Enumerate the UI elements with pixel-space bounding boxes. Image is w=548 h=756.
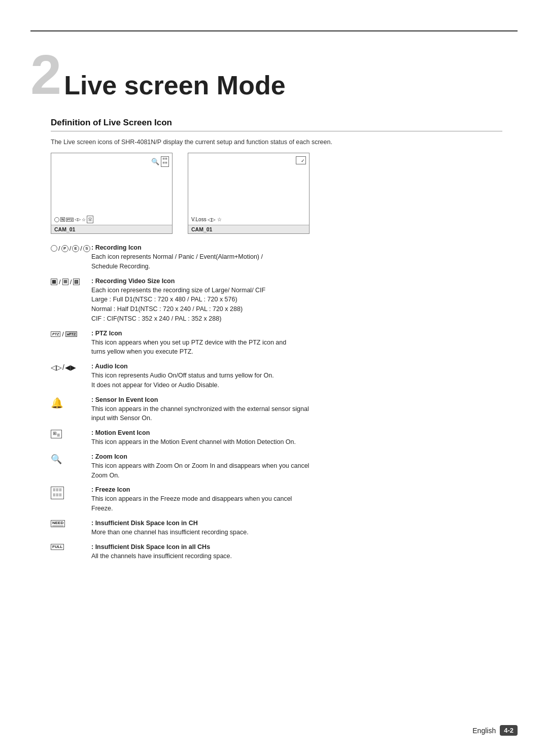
bottom-icon-row: N PTZ ◁▷ ☆ 모 (54, 216, 93, 223)
def-label-videosize: : Recording Video Size Icon (91, 278, 502, 285)
def-desc-ptz: This icon appears when you set up PTZ de… (91, 338, 502, 357)
def-text-freeze: : Freeze Icon This icon appears in the F… (91, 486, 502, 513)
def-freeze: ⠿⠿⠿⠿⠿⠿ : Freeze Icon This icon appears i… (51, 486, 502, 513)
chapter-title: Live screen Mode (64, 72, 285, 102)
def-text-need: : Insufficient Disk Space Icon in CH Mor… (91, 520, 502, 537)
ptz-filled-icon: ●PTZ (65, 331, 77, 337)
footer: English 4-2 (472, 725, 518, 736)
normal-size-icon: ⊞ (62, 279, 68, 285)
need-disk-icon: NEED (51, 520, 65, 527)
def-text-zoom: : Zoom Icon This icon appears with Zoom … (91, 453, 502, 480)
def-icon-motion: ⊞☰ (51, 429, 91, 438)
sensor-diag-icon: ☆ (82, 217, 86, 222)
vloss-text: V.Loss ◁▷ ☆ (191, 217, 222, 222)
e-rec-icon: E (72, 245, 79, 252)
def-videosize: ▦ / ⊞ / ▤ : Recording Video Size Icon Ea… (51, 278, 502, 324)
def-label-need: : Insufficient Disk Space Icon in CH (91, 520, 502, 527)
def-text-audio: : Audio Icon This icon represents Audio … (91, 363, 502, 390)
audio-diag-icon: ◁▷ (75, 217, 81, 222)
cif-size-icon: ▤ (73, 279, 80, 285)
full-disk-icon: FULL (51, 544, 64, 551)
sensor-icon: 🔔 (51, 397, 63, 409)
def-label-full: : Insufficient Disk Space Icon in all CH… (91, 543, 502, 551)
large-size-icon: ▦ (51, 279, 57, 285)
def-icon-videosize: ▦ / ⊞ / ▤ (51, 278, 91, 286)
def-recording: / P / E / S : Recording Icon Each icon r… (51, 244, 502, 271)
screen-diagram-right: ✓ V.Loss ◁▷ ☆ CAM_01 (188, 153, 310, 234)
n-size-icon: N (60, 217, 65, 222)
motion-event-icon: ⊞☰ (51, 430, 62, 438)
def-label-sensor: : Sensor In Event Icon (91, 396, 502, 403)
audio-icons: ◁▷/◀▶ (51, 363, 76, 371)
circle-rec-icon (51, 245, 57, 252)
footer-page: 4-2 (500, 725, 518, 736)
def-label-recording: : Recording Icon (91, 244, 502, 251)
def-text-ptz: : PTZ Icon This icon appears when you se… (91, 330, 502, 357)
def-text-full: : Insufficient Disk Space Icon in all CH… (91, 543, 502, 561)
footer-language: English (472, 727, 496, 735)
def-desc-freeze: This icon appears in the Freeze mode and… (91, 494, 502, 513)
def-desc-recording: Each icon represents Normal / Panic / Ev… (91, 252, 502, 271)
def-label-motion: : Motion Event Icon (91, 429, 502, 436)
def-desc-audio: This icon represents Audio On/Off status… (91, 371, 502, 390)
check-diag-icon: ✓ (296, 156, 306, 164)
def-text-recording: : Recording Icon Each icon represents No… (91, 244, 502, 271)
top-rule (30, 30, 518, 31)
def-icon-recording: / P / E / S (51, 244, 91, 252)
def-icon-need: NEED (51, 520, 91, 527)
def-label-freeze: : Freeze Icon (91, 486, 502, 493)
def-text-videosize: : Recording Video Size Icon Each icon re… (91, 278, 502, 324)
ptz-icons: PTZ / ●PTZ (51, 330, 77, 338)
zoom-diag-icon: 🔍 (151, 158, 159, 165)
def-desc-need: More than one channel has insufficient r… (91, 528, 502, 537)
chapter-header: 2 Live screen Mode (30, 47, 518, 102)
def-label-audio: : Audio Icon (91, 363, 502, 370)
content-area: Definition of Live Screen Icon The Live … (51, 118, 502, 561)
def-icon-zoom: 🔍 (51, 453, 91, 465)
screen-top-icons-left: 🔍 ⠿⠿⠿⠿ (151, 156, 169, 167)
def-text-sensor: : Sensor In Event Icon This icon appears… (91, 396, 502, 424)
def-label-ptz: : PTZ Icon (91, 330, 502, 337)
def-audio: ◁▷/◀▶ : Audio Icon This icon represents … (51, 363, 502, 390)
def-ptz: PTZ / ●PTZ : PTZ Icon This icon appears … (51, 330, 502, 357)
freeze-icon: ⠿⠿⠿⠿⠿⠿ (51, 487, 64, 499)
def-icon-full: FULL (51, 543, 91, 551)
p-rec-icon: P (61, 245, 68, 252)
def-sensor: 🔔 : Sensor In Event Icon This icon appea… (51, 396, 502, 424)
def-desc-videosize: Each icon represents the recording size … (91, 286, 502, 324)
motion-diag-icon: 모 (87, 216, 93, 223)
def-desc-sensor: This icon appears in the channel synchro… (91, 404, 502, 424)
def-icon-audio: ◁▷/◀▶ (51, 363, 91, 371)
def-icon-ptz: PTZ / ●PTZ (51, 330, 91, 338)
def-desc-motion: This icon appears in the Motion Event ch… (91, 437, 502, 447)
def-motion: ⊞☰ : Motion Event Icon This icon appears… (51, 429, 502, 447)
def-zoom: 🔍 : Zoom Icon This icon appears with Zoo… (51, 453, 502, 480)
recording-icons: / P / E / S (51, 245, 90, 252)
screen-bottom-icons-left: N PTZ ◁▷ ☆ 모 (54, 216, 93, 223)
screen-label-right: CAM_01 (188, 225, 309, 233)
section-title: Definition of Live Screen Icon (51, 118, 502, 131)
def-desc-full: All the channels have insufficient recor… (91, 552, 502, 561)
intro-text: The Live screen icons of SHR-4081N/P dis… (51, 139, 502, 146)
def-icon-freeze: ⠿⠿⠿⠿⠿⠿ (51, 486, 91, 499)
screen-label-left: CAM_01 (51, 225, 172, 233)
def-need: NEED : Insufficient Disk Space Icon in C… (51, 520, 502, 537)
chapter-number: 2 (30, 47, 61, 102)
def-full: FULL : Insufficient Disk Space Icon in a… (51, 543, 502, 561)
zoom-icon: 🔍 (51, 454, 62, 465)
s-rec-icon: S (83, 245, 90, 252)
record-circle-icon (54, 217, 59, 222)
screen-diagram-left: 🔍 ⠿⠿⠿⠿ N PTZ ◁▷ ☆ 모 CAM_01 (51, 153, 173, 234)
def-label-zoom: : Zoom Icon (91, 453, 502, 460)
def-desc-zoom: This icon appears with Zoom On or Zoom I… (91, 461, 502, 480)
freeze-diag-icon: ⠿⠿⠿⠿ (161, 156, 169, 167)
ptz-diag-icon: PTZ (66, 218, 74, 222)
ptz-outline-icon: PTZ (51, 331, 60, 337)
def-icon-sensor: 🔔 (51, 396, 91, 409)
screen-diagrams: 🔍 ⠿⠿⠿⠿ N PTZ ◁▷ ☆ 모 CAM_01 ✓ V.Loss ◁▷ ☆ (51, 153, 502, 234)
screen-top-icons-right: ✓ (296, 156, 306, 164)
video-size-icons: ▦ / ⊞ / ▤ (51, 278, 80, 286)
def-text-motion: : Motion Event Icon This icon appears in… (91, 429, 502, 447)
